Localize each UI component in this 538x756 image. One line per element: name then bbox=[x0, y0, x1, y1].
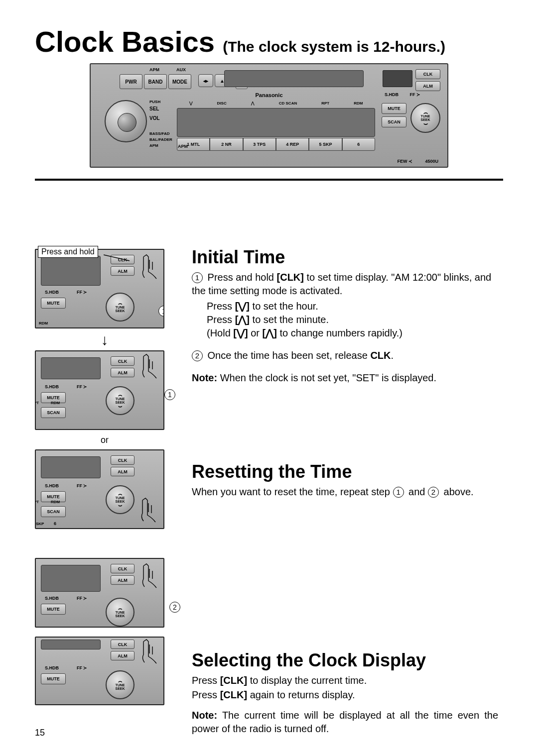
mini-diagram-3: CLK ALM S.HDB FF ≻ MUTE ⌢TUNESEEK⌣ SCAN … bbox=[35, 449, 164, 529]
mini1-ff: FF ≻ bbox=[77, 290, 88, 295]
mini1-alm-button: ALM bbox=[111, 266, 134, 276]
hand-icon bbox=[137, 253, 162, 283]
hand-icon bbox=[137, 562, 162, 592]
lcd-display bbox=[224, 70, 364, 87]
ff-label: FF ≻ bbox=[410, 92, 421, 97]
brand-label: Panasonic bbox=[255, 92, 282, 98]
model-label: 4500U bbox=[425, 159, 438, 164]
up-icon: ⋀ bbox=[251, 101, 255, 106]
mini-diagram-2: CLK ALM S.HDB FF ≻ MUTE ⌢TUNESEEK⌣ SCAN … bbox=[35, 350, 164, 430]
bottom-apm-label: APM bbox=[178, 144, 188, 149]
mini2-alm-button: ALM bbox=[111, 368, 134, 377]
page-title: Clock Basics (The clock system is 12-hou… bbox=[35, 25, 503, 58]
mini3-scan: SCAN bbox=[41, 506, 66, 517]
mini1-shdb: S.HDB bbox=[45, 290, 59, 295]
nav-button: ◂▸ bbox=[198, 74, 213, 87]
preset-4: 4 REP bbox=[276, 138, 309, 151]
mini2-rdm: RDM bbox=[51, 401, 60, 405]
svg-line-0 bbox=[104, 255, 130, 261]
down-arrow-icon: ↓ bbox=[35, 332, 174, 347]
resetting-body: When you want to reset the time, repeat … bbox=[192, 485, 498, 499]
mini3-rdm: RDM bbox=[51, 500, 60, 504]
page-number: 15 bbox=[35, 728, 45, 738]
rdm-label: RDM bbox=[354, 101, 363, 106]
pwr-button: PWR bbox=[120, 74, 142, 89]
press-hold-callout: Press and hold bbox=[38, 246, 98, 258]
speaker-grille-icon bbox=[383, 70, 412, 87]
tune-up-icon: ⌢ bbox=[423, 110, 428, 114]
disc-label: DISC bbox=[217, 101, 227, 106]
preset-2: 2 NR bbox=[210, 138, 243, 151]
mini3-shdb: S.HDB bbox=[45, 483, 59, 488]
apm-label: APM bbox=[149, 67, 159, 72]
callout-1: 1 bbox=[158, 306, 164, 317]
mute-button: MUTE bbox=[382, 103, 406, 114]
preset-3: 3 TPS bbox=[243, 138, 276, 151]
mini4-lcd bbox=[41, 565, 101, 592]
content-column: Initial Time 1 Press and hold [CLK] to s… bbox=[192, 247, 498, 743]
mini3-tune: ⌢TUNESEEK⌣ bbox=[106, 485, 134, 514]
preset-6: 6 bbox=[342, 138, 375, 151]
mini2-shdb: S.HDB bbox=[45, 384, 59, 389]
mini5-lcd bbox=[41, 640, 101, 649]
mini4-mute: MUTE bbox=[41, 604, 66, 615]
resetting-heading: Resetting the Time bbox=[192, 461, 498, 482]
mini5-clk-button: CLK bbox=[111, 640, 134, 649]
hand-icon bbox=[137, 638, 162, 667]
selecting-body: Press [CLK] to display the current time.… bbox=[192, 674, 498, 736]
mini4-shdb: S.HDB bbox=[45, 596, 59, 601]
mode-button: MODE bbox=[168, 74, 191, 89]
hand-icon bbox=[137, 352, 162, 382]
volume-knob-icon bbox=[105, 100, 147, 142]
mini2-scan: SCAN bbox=[41, 407, 66, 418]
mini3-clk-button: CLK bbox=[111, 455, 134, 465]
preset-5: 5 SKP bbox=[309, 138, 342, 151]
callout-1: 1 bbox=[164, 389, 175, 400]
tune-seek-button: ⌢ TUNE SEEK ⌣ bbox=[410, 103, 440, 133]
mini1-mute: MUTE bbox=[41, 298, 66, 309]
mini3-pt: PT bbox=[35, 500, 39, 504]
preset-buttons: 1 MTL 2 NR 3 TPS 4 REP 5 SKP 6 bbox=[177, 138, 375, 151]
tune-down-icon: ⌣ bbox=[423, 121, 428, 125]
mini2-pt: PT bbox=[35, 401, 39, 405]
initial-time-body: 1 Press and hold [CLK] to set time displ… bbox=[192, 271, 498, 385]
mini2-lcd bbox=[41, 357, 101, 379]
mini4-tune: ⌢TUNESEEK bbox=[106, 598, 134, 627]
mini5-mute: MUTE bbox=[41, 673, 66, 684]
selecting-heading: Selecting the Clock Display bbox=[192, 650, 498, 671]
divider bbox=[35, 179, 503, 181]
mini1-tune: ⌢TUNESEEK bbox=[106, 293, 134, 322]
mini-diagram-4: CLK ALM S.HDB FF ≻ MUTE ⌢TUNESEEK bbox=[35, 558, 164, 628]
mini3-alm-button: ALM bbox=[111, 467, 134, 476]
cdscan-label: CD SCAN bbox=[279, 101, 297, 106]
mini1-lcd bbox=[41, 256, 101, 286]
aux-label: AUX bbox=[176, 67, 186, 72]
alm-button: ALM bbox=[415, 81, 440, 91]
band-button: BAND bbox=[144, 74, 167, 89]
mini2-ff: FF ≻ bbox=[77, 384, 88, 389]
mini5-tune: ⌢TUNESEEK bbox=[106, 670, 134, 699]
mini3-ff: FF ≻ bbox=[77, 483, 88, 488]
mini4-alm-button: ALM bbox=[111, 575, 134, 585]
mini2-tune: ⌢TUNESEEK⌣ bbox=[106, 386, 134, 415]
initial-time-heading: Initial Time bbox=[192, 247, 498, 268]
shdb-label: S.HDB bbox=[385, 92, 399, 97]
mini3-lcd bbox=[41, 456, 101, 478]
left-diagram-column: Press and hold CLK ALM S.HDB FF ≻ MUTE ⌢… bbox=[35, 249, 174, 714]
clk-button: CLK bbox=[415, 69, 440, 79]
knob-labels: PUSH SEL VOL BASS/FAD BAL/FADER APM bbox=[149, 99, 172, 149]
mini5-alm-button: ALM bbox=[111, 651, 134, 660]
mini2-clk-button: CLK bbox=[111, 356, 134, 366]
hand-icon bbox=[136, 496, 161, 526]
mini-diagram-5: CLK ALM S.HDB FF ≻ MUTE ⌢TUNESEEK bbox=[35, 637, 164, 705]
callout-2: 2 bbox=[169, 602, 180, 613]
mini4-clk-button: CLK bbox=[111, 564, 134, 573]
step-1-marker: 1 bbox=[192, 272, 203, 283]
preset-display bbox=[177, 108, 375, 137]
mini3-skp: SKP bbox=[36, 522, 44, 526]
title-sub: (The clock system is 12-hours.) bbox=[223, 38, 445, 55]
or-label: or bbox=[35, 435, 174, 445]
mini4-ff: FF ≻ bbox=[77, 596, 88, 601]
few-label: FEW ≺ bbox=[398, 159, 413, 164]
step-2-marker: 2 bbox=[192, 350, 203, 361]
